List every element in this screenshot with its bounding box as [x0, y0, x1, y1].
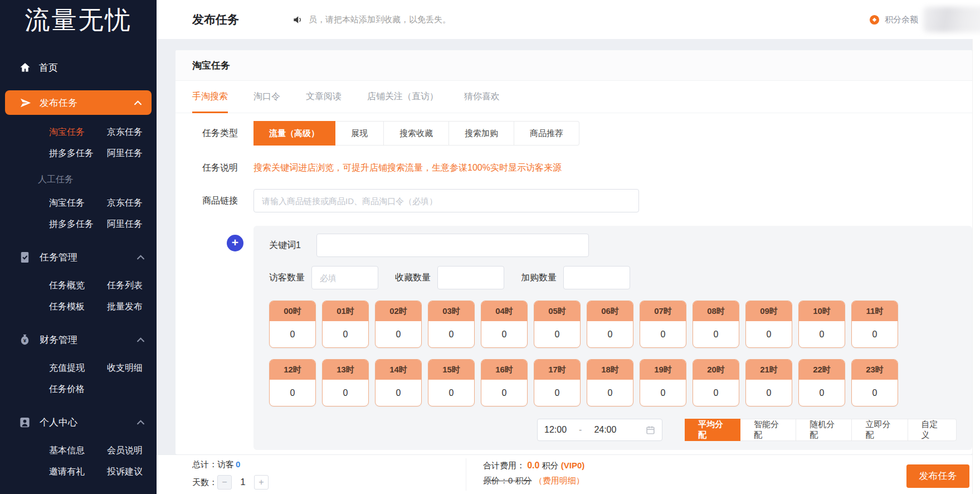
- hour-label: 19时: [640, 360, 686, 380]
- svg-text:¥: ¥: [23, 337, 27, 343]
- sidebar-link-ali-task[interactable]: 阿里任务: [107, 148, 157, 159]
- task-type-option[interactable]: 搜索收藏: [384, 121, 449, 146]
- distribution-option[interactable]: 随机分配: [796, 419, 852, 441]
- sidebar-group-profile[interactable]: 个人中心: [0, 411, 157, 433]
- days-decrement-button[interactable]: −: [217, 475, 232, 490]
- days-label: 天数：: [192, 477, 217, 488]
- sidebar-link-manual-ali[interactable]: 阿里任务: [107, 219, 157, 230]
- add-keyword-button[interactable]: +: [227, 235, 243, 251]
- days-increment-button[interactable]: +: [254, 475, 269, 490]
- hour-label: 04时: [481, 301, 527, 321]
- sidebar-link-task-template[interactable]: 任务模板: [49, 301, 107, 313]
- hour-value-input[interactable]: 0: [376, 321, 421, 347]
- sidebar-link-income-expense[interactable]: 收支明细: [107, 362, 157, 374]
- distribution-option[interactable]: 自定义: [908, 419, 957, 441]
- keyword-input[interactable]: [316, 234, 589, 257]
- points-balance: 积分余额: [869, 7, 980, 32]
- hour-cell: 19时 0: [640, 359, 686, 406]
- fee-detail-link[interactable]: （费用明细）: [534, 476, 584, 485]
- sidebar-link-membership[interactable]: 会员说明: [107, 445, 157, 457]
- hour-value-input[interactable]: 0: [323, 321, 368, 347]
- sidebar-link-batch-publish[interactable]: 批量发布: [107, 301, 157, 313]
- task-type-option[interactable]: 搜索加购: [449, 121, 514, 146]
- hour-value-input[interactable]: 0: [852, 321, 898, 347]
- sidebar-group-finance[interactable]: ¥ 财务管理: [0, 328, 157, 351]
- publish-submenu: 淘宝任务 京东任务 拼多多任务 阿里任务: [0, 127, 157, 159]
- hour-value-input[interactable]: 0: [746, 321, 792, 347]
- hour-value-input[interactable]: 0: [799, 321, 845, 347]
- sidebar-link-basic-info[interactable]: 基本信息: [49, 445, 107, 457]
- hour-cell: 10时 0: [798, 301, 845, 348]
- product-link-input[interactable]: [253, 189, 639, 212]
- hour-value-input[interactable]: 0: [323, 380, 368, 406]
- scrollbar[interactable]: [972, 39, 980, 494]
- days-value-input[interactable]: [233, 475, 253, 490]
- keyword-row: 关键词1: [269, 234, 957, 257]
- chevron-up-icon: [134, 100, 142, 105]
- sidebar-link-task-list[interactable]: 任务列表: [107, 280, 157, 292]
- cart-qty-label: 加购数量: [521, 272, 557, 284]
- hour-label: 03时: [428, 301, 474, 321]
- publish-task-button[interactable]: 发布任务: [906, 464, 969, 488]
- hour-value-input[interactable]: 0: [640, 321, 686, 347]
- sidebar-group-label: 发布任务: [40, 96, 77, 109]
- hour-value-input[interactable]: 0: [534, 380, 580, 406]
- tab[interactable]: 文章阅读: [306, 81, 342, 113]
- hour-value-input[interactable]: 0: [376, 380, 421, 406]
- hour-value-input[interactable]: 0: [270, 321, 315, 347]
- sidebar-group-publish[interactable]: 发布任务: [5, 90, 152, 115]
- summary-bar: 总计：访客0 天数： − + 合计费用： 0.0 积分 (VIP0) 原价：0 …: [157, 454, 980, 494]
- sidebar-link-manual-taobao[interactable]: 淘宝任务: [49, 197, 107, 209]
- fee-value: 0.0: [527, 461, 539, 470]
- sidebar-group-task-management[interactable]: 任务管理: [0, 246, 157, 268]
- task-type-option[interactable]: 展现: [335, 121, 384, 146]
- hour-value-input[interactable]: 0: [428, 380, 474, 406]
- sidebar-link-pdd-task[interactable]: 拼多多任务: [49, 148, 107, 159]
- hour-label: 21时: [746, 360, 792, 380]
- sidebar-link-feedback[interactable]: 投诉建议: [107, 466, 157, 478]
- hour-cell: 18时 0: [587, 359, 633, 406]
- distribution-options: 平均分配 智能分配 随机分配 立即分配 自定义: [685, 419, 957, 441]
- hour-value-input[interactable]: 0: [746, 380, 792, 406]
- hour-cell: 23时 0: [851, 359, 898, 406]
- hour-cell: 02时 0: [375, 301, 422, 348]
- time-range-picker[interactable]: 12:00 - 24:00: [537, 419, 662, 441]
- sidebar-link-task-overview[interactable]: 任务概览: [49, 280, 107, 292]
- hour-value-input[interactable]: 0: [587, 380, 633, 406]
- favorite-qty-label: 收藏数量: [395, 272, 431, 284]
- hour-label: 09时: [746, 301, 792, 321]
- hour-value-input[interactable]: 0: [852, 380, 898, 406]
- sidebar-link-manual-pdd[interactable]: 拼多多任务: [49, 219, 107, 230]
- hour-value-input[interactable]: 0: [481, 380, 527, 406]
- sidebar-link-recharge-withdraw[interactable]: 充值提现: [49, 362, 107, 374]
- hour-value-input[interactable]: 0: [799, 380, 845, 406]
- hour-value-input[interactable]: 0: [534, 321, 580, 347]
- sidebar-link-manual-jd[interactable]: 京东任务: [107, 197, 157, 209]
- sidebar-item-home[interactable]: 首页: [0, 56, 157, 79]
- tab[interactable]: 店铺关注（直访）: [367, 81, 438, 113]
- hour-value-input[interactable]: 0: [428, 321, 474, 347]
- distribution-option[interactable]: 立即分配: [852, 419, 908, 441]
- hour-value-input[interactable]: 0: [270, 380, 315, 406]
- sidebar-link-jd-task[interactable]: 京东任务: [107, 127, 157, 138]
- hour-cell: 04时 0: [481, 301, 528, 348]
- tab[interactable]: 猜你喜欢: [464, 81, 500, 113]
- hour-value-input[interactable]: 0: [693, 380, 739, 406]
- sidebar-link-invite[interactable]: 邀请有礼: [49, 466, 107, 478]
- distribution-option[interactable]: 平均分配: [685, 419, 740, 441]
- hour-value-input[interactable]: 0: [640, 380, 686, 406]
- task-type-option[interactable]: 流量（高级）: [253, 121, 335, 146]
- cart-qty-input[interactable]: [563, 266, 630, 289]
- tab[interactable]: 手淘搜索: [192, 81, 228, 113]
- hour-value-input[interactable]: 0: [587, 321, 633, 347]
- distribution-option[interactable]: 智能分配: [740, 419, 796, 441]
- visitor-qty-input[interactable]: [311, 266, 378, 289]
- favorite-qty-input[interactable]: [437, 266, 504, 289]
- tab[interactable]: 淘口令: [253, 81, 280, 113]
- visitor-qty-group: 访客数量: [269, 266, 378, 289]
- hour-value-input[interactable]: 0: [693, 321, 739, 347]
- sidebar-link-taobao-task[interactable]: 淘宝任务: [49, 127, 107, 138]
- sidebar-link-task-price[interactable]: 任务价格: [49, 384, 107, 395]
- task-type-option[interactable]: 商品推荐: [514, 121, 579, 146]
- hour-value-input[interactable]: 0: [481, 321, 527, 347]
